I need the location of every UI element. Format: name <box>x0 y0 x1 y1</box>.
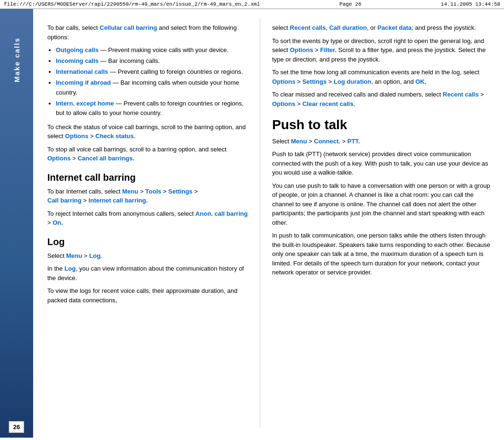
incoming-calls-text: — Bar incoming calls. <box>100 57 160 64</box>
push-para-2: You can use push to talk to have a conve… <box>272 181 495 228</box>
options-filter-link1: Options <box>290 46 313 53</box>
page-number: 26 <box>9 421 24 433</box>
ptt-link: PTT. <box>347 138 360 145</box>
timestamp: 14.11.2005 13:44:58 <box>441 1 500 7</box>
clear-recent-calls-link: Clear recent calls. <box>302 100 355 107</box>
options-link-2: Options <box>47 155 71 162</box>
cellular-call-barring-link: Cellular call barring <box>100 24 157 31</box>
log-heading: Log <box>47 236 250 247</box>
internet-para-1: To bar Internet calls, select Menu > Too… <box>47 187 250 205</box>
left-column: To bar calls, select Cellular call barri… <box>33 18 260 428</box>
push-para-3: In push to talk communication, one perso… <box>272 231 495 277</box>
bullet-list: Outgoing calls — Prevent making voice ca… <box>56 45 250 118</box>
list-item-incoming: Incoming calls — Bar incoming calls. <box>56 56 250 66</box>
connect-link: Connect. <box>314 138 341 145</box>
filter-link: Filter. <box>320 46 337 53</box>
intro-para: To bar calls, select Cellular call barri… <box>47 23 250 42</box>
log-inline-link: Log <box>64 265 76 272</box>
incoming-calls-link: Incoming calls <box>56 57 98 64</box>
international-calls-link: International calls <box>56 68 108 75</box>
sidebar: Make calls 26 <box>0 9 33 438</box>
log-para-1: Select Menu > Log. <box>47 251 250 261</box>
menu-link-3: Menu <box>291 138 307 145</box>
menu-link-2: Menu <box>66 252 82 259</box>
options-link-1: Options <box>65 132 88 140</box>
time-para: To set the time how long all communicati… <box>272 68 495 86</box>
anon-call-barring-link: Anon. call barring <box>195 210 248 217</box>
settings-link: Settings <box>168 188 193 195</box>
incoming-abroad-link: Incoming if abroad <box>56 79 111 86</box>
filepath: file:///C:/USERS/MODEServer/rapi/2290550… <box>4 1 260 7</box>
list-item-outgoing: Outgoing calls — Prevent making voice ca… <box>56 45 250 55</box>
internet-para-2: To reject Internet calls from anonymous … <box>47 209 250 228</box>
settings-link-2: Settings <box>302 78 327 85</box>
top-bar: file:///C:/USERS/MODEServer/rapi/2290550… <box>0 0 504 9</box>
internet-call-barring-heading: Internet call barring <box>47 172 250 183</box>
menu-link-1: Menu <box>122 188 138 195</box>
cancel-all-link: Cancel all barrings. <box>78 155 134 162</box>
options-link-4: Options <box>272 100 295 107</box>
options-link-3: Options <box>272 78 295 85</box>
tools-link: Tools <box>145 188 161 195</box>
push-to-talk-heading: Push to talk <box>272 117 495 133</box>
check-status-link: Check status. <box>96 132 136 140</box>
log-duration-link: Log duration <box>334 78 371 85</box>
international-calls-text: — Prevent calling to foreign countries o… <box>110 68 243 75</box>
recent-calls-link: Recent calls <box>290 24 326 31</box>
log-link: Log. <box>89 252 102 259</box>
list-item-intern-except: Intern. except home — Prevent calls to f… <box>56 99 250 118</box>
push-select-para: Select Menu > Connect. > PTT. <box>272 137 495 146</box>
packet-data-link: Packet data <box>378 24 412 31</box>
recent-calls-link-2: Recent calls <box>443 91 479 98</box>
list-item-incoming-abroad: Incoming if abroad — Bar incoming calls … <box>56 78 250 97</box>
content-area: To bar calls, select Cellular call barri… <box>33 9 504 438</box>
call-barring-link: Call barring <box>47 197 81 204</box>
list-item-international: International calls — Prevent calling to… <box>56 67 250 77</box>
log-para-2: In the Log, you can view information abo… <box>47 264 250 282</box>
call-duration-link: Call duration <box>329 24 367 31</box>
check-status-para: To check the status of voice call barrin… <box>47 123 250 141</box>
internet-call-barring-link: Internet call barring. <box>88 197 148 204</box>
clear-para: To clear missed and received calls and d… <box>272 90 495 108</box>
sort-para: To sort the events by type or direction,… <box>272 36 495 64</box>
right-column: select Recent calls, Call duration, or P… <box>260 18 504 428</box>
push-para-1: Push to talk (PTT) (network service) pro… <box>272 150 495 177</box>
outgoing-calls-link: Outgoing calls <box>56 46 98 53</box>
cancel-all-para: To stop all voice call barrings, scroll … <box>47 145 250 163</box>
page-label: Page 26 <box>339 1 361 7</box>
select-para: select Recent calls, Call duration, or P… <box>272 23 495 33</box>
intern-except-link: Intern. except home <box>56 100 114 107</box>
outgoing-calls-text: — Prevent making voice calls with your d… <box>100 46 229 53</box>
ok-link: OK. <box>416 78 426 85</box>
chapter-title: Make calls <box>13 37 21 82</box>
on-link: On. <box>53 219 63 226</box>
log-para-3: To view the logs for recent voice calls,… <box>47 286 250 305</box>
